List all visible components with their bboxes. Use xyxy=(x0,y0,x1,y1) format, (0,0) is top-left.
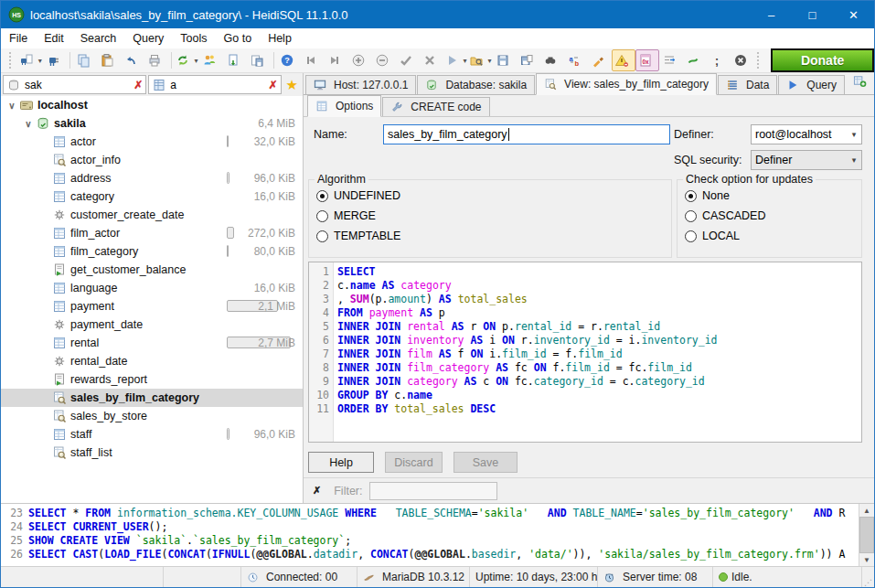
tree-item-localhost[interactable]: ∨localhost xyxy=(1,96,303,114)
stop-button[interactable] xyxy=(731,49,754,71)
run-query-button[interactable]: ▾ xyxy=(443,49,468,71)
menu-help[interactable]: Help xyxy=(260,30,300,47)
menu-go-to[interactable]: Go to xyxy=(216,30,261,47)
tree-item-sakila[interactable]: ∨sakila6,4 MiB xyxy=(1,114,303,133)
view-name-input[interactable]: sales_by_film_category xyxy=(383,124,670,144)
editor-code[interactable]: SELECTc.name AS category, SUM(p.amount) … xyxy=(334,262,861,442)
undo-button[interactable] xyxy=(121,49,144,71)
save-dump-button[interactable] xyxy=(247,49,271,71)
algorithm-option-undefined[interactable]: UNDEFINED xyxy=(316,186,671,206)
tree-item-staff_list[interactable]: staff_list xyxy=(1,444,303,462)
semicolon-button[interactable]: ; xyxy=(707,49,731,71)
tree-item-category[interactable]: category16,0 KiB xyxy=(1,187,303,206)
tree-item-rewards_report[interactable]: rewards_report xyxy=(1,370,303,389)
delete-record-button[interactable] xyxy=(372,49,396,71)
menu-file[interactable]: File xyxy=(1,30,36,47)
resize-grip-icon[interactable]: ⋰ xyxy=(862,578,874,587)
first-record-button[interactable] xyxy=(301,49,325,71)
tree-item-language[interactable]: language16,0 KiB xyxy=(1,279,303,297)
cancel-editing-button[interactable] xyxy=(420,49,443,71)
tree-item-actor[interactable]: actor32,0 KiB xyxy=(1,133,303,151)
log-scrollbar[interactable]: ▲ ▼ xyxy=(859,504,874,566)
replace-text-button[interactable]: ab xyxy=(564,49,588,71)
post-changes-button[interactable] xyxy=(396,49,420,71)
highlight-errors-button[interactable] xyxy=(612,49,635,71)
check-option-option-local[interactable]: LOCAL xyxy=(685,226,861,246)
tree-item-actor_info[interactable]: actor_info xyxy=(1,151,303,169)
scroll-up-icon[interactable]: ▲ xyxy=(859,504,874,517)
check-option-radio-cascaded[interactable] xyxy=(685,210,697,222)
close-filter-icon[interactable]: ✗ xyxy=(313,485,321,497)
check-option-radio-local[interactable] xyxy=(685,230,697,242)
copy-button[interactable] xyxy=(73,49,97,71)
favorites-star-icon[interactable]: ★ xyxy=(283,77,301,93)
maximize-button[interactable]: □ xyxy=(792,1,833,28)
column-filter-input[interactable]: a ✗ xyxy=(148,75,281,94)
refresh-button[interactable]: ▾ xyxy=(175,49,199,71)
menu-edit[interactable]: Edit xyxy=(36,30,72,47)
scrollbar-thumb[interactable] xyxy=(859,517,874,553)
tree-item-get_customer_balance[interactable]: get_customer_balance xyxy=(1,261,303,279)
close-button[interactable]: ✕ xyxy=(833,1,874,28)
menu-tools[interactable]: Tools xyxy=(172,30,215,47)
definer-combobox[interactable]: root@localhost ▾ xyxy=(751,124,862,144)
view-sql-editor[interactable]: 1234567891011 SELECTc.name AS category, … xyxy=(308,262,862,443)
tree-item-sales_by_film_category[interactable]: sales_by_film_category xyxy=(1,389,303,407)
clear-column-filter-icon[interactable]: ✗ xyxy=(269,79,278,91)
tree-item-address[interactable]: address96,0 KiB xyxy=(1,169,303,187)
reformat-button[interactable] xyxy=(683,49,707,71)
title-bar[interactable]: HS localhost\sakila\sales_by_film_catego… xyxy=(1,1,874,28)
tree-item-payment_date[interactable]: payment_date xyxy=(1,315,303,334)
tab-database[interactable]: Database: sakila xyxy=(417,75,535,94)
menu-query[interactable]: Query xyxy=(124,30,172,47)
menu-search[interactable]: Search xyxy=(72,30,125,47)
paste-button[interactable] xyxy=(97,49,121,71)
tab-host[interactable]: Host: 127.0.0.1 xyxy=(305,75,416,94)
print-button[interactable] xyxy=(144,49,168,71)
clear-table-filter-icon[interactable]: ✗ xyxy=(133,79,143,91)
tab-view[interactable]: View: sales_by_film_category xyxy=(536,73,717,95)
new-query-tab-button[interactable] xyxy=(849,69,873,91)
last-record-button[interactable] xyxy=(325,49,348,71)
tree-item-staff[interactable]: staff96,0 KiB xyxy=(1,425,303,444)
algorithm-option-merge[interactable]: MERGE xyxy=(316,206,671,226)
tree-item-customer_create_date[interactable]: customer_create_date xyxy=(1,206,303,224)
load-sql-file-button[interactable]: ▾ xyxy=(468,49,493,71)
algorithm-radio-temptable[interactable] xyxy=(316,230,328,242)
help-button[interactable]: ? xyxy=(277,49,301,71)
hex-view-button[interactable]: 0x xyxy=(635,49,659,71)
save-sql-as-button[interactable] xyxy=(517,49,540,71)
filter-input[interactable] xyxy=(369,482,497,500)
tree-item-film_category[interactable]: film_category80,0 KiB xyxy=(1,242,303,261)
tree-item-sales_by_store[interactable]: sales_by_store xyxy=(1,407,303,425)
indent-button[interactable] xyxy=(659,49,683,71)
check-option-option-none[interactable]: None xyxy=(685,186,861,206)
find-text-button[interactable] xyxy=(540,49,564,71)
tree-item-rental[interactable]: rental2,7 MiB xyxy=(1,334,303,352)
algorithm-option-temptable[interactable]: TEMPTABLE xyxy=(316,226,671,246)
help-button[interactable]: Help xyxy=(308,452,374,473)
table-filter-input[interactable]: sak ✗ xyxy=(3,75,146,94)
disconnect-button[interactable] xyxy=(43,49,67,71)
tree-item-rental_date[interactable]: rental_date xyxy=(1,352,303,370)
insert-record-button[interactable] xyxy=(348,49,372,71)
algorithm-radio-merge[interactable] xyxy=(316,210,328,222)
tree-item-payment[interactable]: payment2,1 MiB xyxy=(1,297,303,315)
tab-data[interactable]: Data xyxy=(718,75,777,94)
format-code-button[interactable] xyxy=(588,49,612,71)
check-option-option-cascaded[interactable]: CASCADED xyxy=(685,206,861,226)
save-sql-button[interactable] xyxy=(493,49,517,71)
user-manager-button[interactable] xyxy=(199,49,223,71)
subtab-create-code[interactable]: CREATE code xyxy=(382,97,489,116)
subtab-options[interactable]: Options xyxy=(307,95,381,117)
collapse-arrow-icon[interactable]: ∨ xyxy=(21,119,36,129)
scroll-down-icon[interactable]: ▼ xyxy=(859,553,874,566)
session-manager-button[interactable]: ▾ xyxy=(18,49,43,71)
tab-query[interactable]: Query xyxy=(778,75,845,94)
sql-security-combobox[interactable]: Definer ▾ xyxy=(751,150,862,170)
minimize-button[interactable]: – xyxy=(751,1,792,28)
check-option-radio-none[interactable] xyxy=(685,190,697,202)
algorithm-radio-undefined[interactable] xyxy=(316,190,328,202)
collapse-arrow-icon[interactable]: ∨ xyxy=(5,101,19,111)
export-database-button[interactable] xyxy=(223,49,247,71)
